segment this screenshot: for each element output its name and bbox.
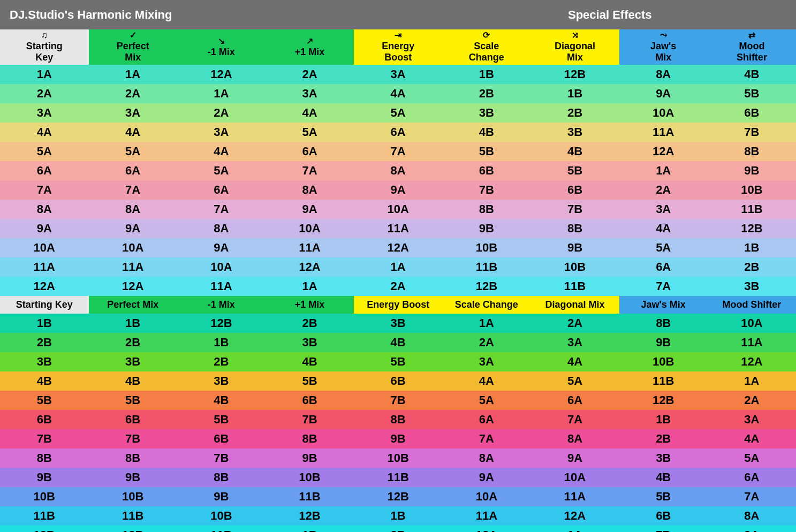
cell: 2A	[708, 391, 796, 410]
cell: 5A	[177, 161, 266, 180]
cell: 6A	[619, 257, 708, 277]
column-icon: ⤭	[572, 31, 579, 40]
column-header-row: ♫Starting Key✓Perfect Mix↘-1 Mix↗+1 Mix⇥…	[0, 29, 796, 65]
cell: 5A	[354, 103, 442, 123]
cell: 5A	[0, 142, 89, 161]
cell: 12B	[354, 487, 442, 506]
column-subheader: -1 Mix	[177, 296, 266, 314]
column-subheader: Starting Key	[0, 296, 89, 314]
cell: 8A	[89, 200, 177, 219]
cell: 9B	[266, 449, 354, 468]
cell: 6B	[0, 410, 89, 429]
cell: 11B	[266, 487, 354, 506]
cell: 10A	[0, 238, 89, 257]
cell: 10A	[619, 103, 708, 123]
cell: 7B	[0, 429, 89, 449]
column-label: Perfect Mix	[117, 41, 149, 63]
cell: 8B	[89, 449, 177, 468]
column-subheader: Energy Boost	[354, 296, 442, 314]
column-subheader: Perfect Mix	[89, 296, 177, 314]
cell: 3A	[89, 103, 177, 123]
column-label: Mood Shifter	[737, 41, 767, 63]
cell: 7B	[442, 180, 530, 200]
cell: 4B	[89, 371, 177, 391]
cell: 2A	[530, 314, 619, 333]
table-row: 1A1A12A2A3A1B12B8A4B	[0, 65, 796, 84]
cell: 7A	[619, 277, 708, 296]
cell: 7A	[89, 180, 177, 200]
cell: 11A	[0, 257, 89, 277]
cell: 5B	[0, 391, 89, 410]
page-title: DJ.Studio's Harmonic Mixing	[0, 8, 560, 22]
column-subheader-row: Starting KeyPerfect Mix-1 Mix+1 MixEnerg…	[0, 296, 796, 314]
column-icon: ⤳	[660, 31, 667, 40]
cell: 3A	[0, 103, 89, 123]
cell: 6B	[266, 391, 354, 410]
cell: 12A	[354, 238, 442, 257]
cell: 12B	[0, 526, 89, 532]
column-subheader: +1 Mix	[266, 296, 354, 314]
cell: 1A	[177, 84, 266, 103]
cell: 12A	[177, 65, 266, 84]
cell: 3B	[619, 449, 708, 468]
table-row: 5B5B4B6B7B5A6A12B2A	[0, 391, 796, 410]
cell: 8B	[619, 314, 708, 333]
cell: 6B	[89, 410, 177, 429]
cell: 12A	[0, 277, 89, 296]
cell: 7A	[266, 161, 354, 180]
cell: 4B	[354, 333, 442, 352]
cell: 5B	[442, 142, 530, 161]
cell: 4B	[266, 352, 354, 371]
column-label: Energy Boost	[382, 41, 414, 63]
cell: 1B	[0, 314, 89, 333]
cell: 11A	[530, 487, 619, 506]
cell: 2B	[266, 314, 354, 333]
cell: 6B	[530, 180, 619, 200]
cell: 10A	[442, 487, 530, 506]
cell: 9A	[266, 200, 354, 219]
cell: 9B	[530, 238, 619, 257]
cell: 4B	[619, 468, 708, 487]
cell: 5B	[89, 391, 177, 410]
cell: 8A	[530, 429, 619, 449]
cell: 8A	[442, 449, 530, 468]
cell: 2B	[708, 257, 796, 277]
cell: 7B	[619, 526, 708, 532]
cell: 5A	[530, 371, 619, 391]
cell: 8B	[530, 219, 619, 238]
cell: 12B	[89, 526, 177, 532]
cell: 4A	[619, 219, 708, 238]
harmonic-mixing-table: ♫Starting Key✓Perfect Mix↘-1 Mix↗+1 Mix⇥…	[0, 29, 796, 532]
cell: 8B	[708, 142, 796, 161]
cell: 6B	[708, 103, 796, 123]
table-row: 3A3A2A4A5A3B2B10A6B	[0, 103, 796, 123]
cell: 4B	[0, 371, 89, 391]
cell: 7B	[708, 123, 796, 142]
cell: 8A	[619, 65, 708, 84]
column-icon: ⟳	[483, 31, 490, 40]
table-row: 7A7A6A8A9A7B6B2A10B	[0, 180, 796, 200]
cell: 6A	[266, 142, 354, 161]
cell: 9A	[530, 449, 619, 468]
cell: 6B	[354, 371, 442, 391]
table-row: 6A6A5A7A8A6B5B1A9B	[0, 161, 796, 180]
cell: 9A	[619, 84, 708, 103]
cell: 3A	[530, 333, 619, 352]
column-header: ⟳Scale Change	[442, 29, 530, 65]
cell: 8A	[0, 200, 89, 219]
table-row: 2B2B1B3B4B2A3A9B11A	[0, 333, 796, 352]
cell: 5B	[530, 161, 619, 180]
column-header: ✓Perfect Mix	[89, 29, 177, 65]
cell: 12A	[619, 142, 708, 161]
cell: 11A	[354, 219, 442, 238]
column-icon: ⇥	[395, 31, 401, 40]
cell: 11B	[530, 277, 619, 296]
cell: 1B	[708, 238, 796, 257]
cell: 4B	[708, 65, 796, 84]
cell: 4A	[442, 371, 530, 391]
cell: 9B	[354, 429, 442, 449]
cell: 11B	[0, 506, 89, 526]
table-row: 9B9B8B10B11B9A10A4B6A	[0, 468, 796, 487]
cell: 7B	[530, 200, 619, 219]
cell: 9B	[442, 219, 530, 238]
